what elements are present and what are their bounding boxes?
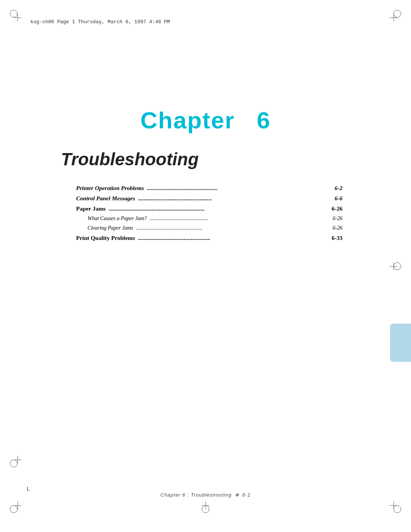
toc-entry-clearing-jams: Clearing Paper Jams ....................…	[76, 225, 342, 232]
footer-page-number: 6-1	[242, 492, 251, 498]
toc-dots-4: ........................................…	[148, 216, 331, 222]
toc-dots-1: ........................................…	[145, 185, 333, 192]
toc-entry-causes-jam: What Causes a Paper Jam? ...............…	[76, 216, 342, 222]
toc-entry-print-quality: Print Quality Problems .................…	[76, 235, 342, 242]
footer-diamond-icon: ❖	[235, 492, 239, 498]
toc-container: Printer Operation Problems .............…	[76, 185, 342, 245]
reg-cross-top-left	[14, 14, 21, 21]
footer-text: Chapter 6 : Troubleshooting ❖ 6-1	[161, 492, 251, 498]
toc-entry-paper-jams: Paper Jams .............................…	[76, 205, 342, 212]
chapter-tab	[390, 324, 411, 362]
toc-page-2: 6-6	[335, 195, 342, 202]
reg-cross-bottom-right	[390, 502, 397, 509]
toc-page-4: 6-26	[333, 216, 342, 222]
footer-chapter-ref: Chapter 6 : Troubleshooting	[161, 492, 232, 498]
toc-label-3: Paper Jams	[76, 205, 106, 212]
toc-dots-3: ........................................…	[107, 205, 330, 212]
document-page: kug-ch06 Page 1 Thursday, March 6, 1997 …	[0, 0, 411, 532]
main-content: Chapter 6 Troubleshooting Printer Operat…	[0, 76, 411, 245]
reg-cross-bottom-center	[202, 502, 209, 509]
toc-page-6: 6-33	[332, 235, 342, 241]
toc-page-5: 6-26	[333, 225, 342, 231]
toc-dots-2: ........................................…	[137, 195, 333, 202]
toc-dots-5: ........................................…	[135, 225, 331, 232]
toc-entry-printer-operation: Printer Operation Problems .............…	[76, 185, 342, 192]
toc-label-5: Clearing Paper Jams	[88, 225, 133, 231]
l-mark: L	[27, 486, 30, 492]
toc-page-3: 6-26	[332, 205, 342, 212]
reg-cross-bottom-left	[14, 502, 21, 509]
toc-dots-6: ........................................…	[137, 235, 330, 242]
toc-label-2: Control Panel Messages	[76, 195, 135, 202]
reg-cross-top-right	[390, 14, 397, 21]
page-footer: Chapter 6 : Troubleshooting ❖ 6-1	[0, 492, 411, 498]
toc-label-1: Printer Operation Problems	[76, 185, 144, 192]
page-header: kug-ch06 Page 1 Thursday, March 6, 1997 …	[30, 19, 170, 25]
chapter-word: Chapter	[140, 107, 235, 133]
toc-page-1: 6-2	[335, 185, 342, 192]
chapter-title: Chapter 6	[140, 107, 271, 134]
reg-cross-right-middle	[390, 262, 397, 270]
toc-label-6: Print Quality Problems	[76, 235, 135, 241]
toc-label-4: What Causes a Paper Jam?	[88, 216, 147, 222]
toc-entry-control-panel: Control Panel Messages .................…	[76, 195, 342, 202]
chapter-number: 6	[257, 107, 271, 133]
section-title: Troubleshooting	[61, 149, 199, 169]
reg-cross-left-lower	[14, 456, 21, 463]
